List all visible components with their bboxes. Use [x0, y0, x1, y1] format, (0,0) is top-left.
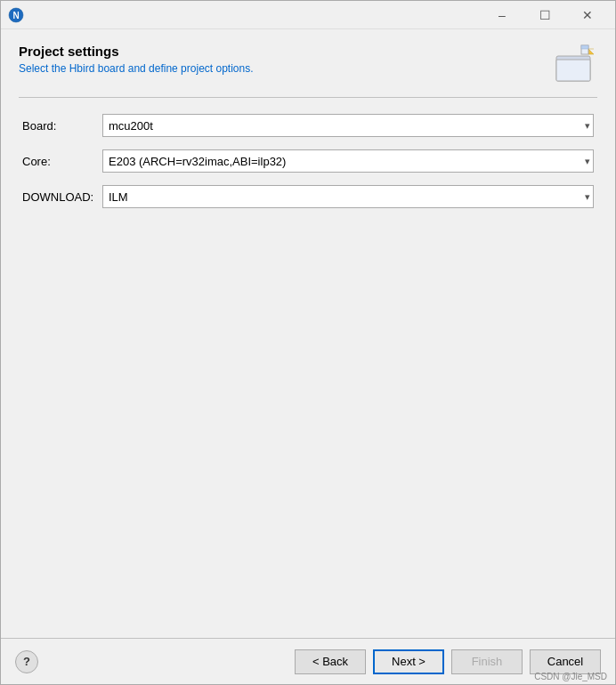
page-subtitle: Select the Hbird board and define projec…: [19, 62, 544, 75]
bottom-bar: ? < Back Next > Finish Cancel: [1, 638, 615, 684]
svg-marker-4: [588, 49, 594, 54]
header-divider: [19, 97, 597, 98]
board-select-wrapper: mcu200t ▾: [102, 114, 594, 137]
download-select[interactable]: ILM: [102, 185, 594, 208]
form-section: Board: mcu200t ▾ Core: E203 (ARCH=rv32im…: [19, 114, 597, 208]
download-select-wrapper: ILM ▾: [102, 185, 594, 208]
finish-button[interactable]: Finish: [451, 649, 523, 674]
board-select[interactable]: mcu200t: [102, 114, 594, 137]
content-area: Project settings Select the Hbird board …: [1, 29, 615, 638]
svg-rect-3: [556, 60, 590, 81]
svg-rect-7: [581, 45, 588, 49]
watermark: CSDN @Jie_MSD: [534, 672, 607, 681]
close-button[interactable]: ✕: [567, 3, 608, 28]
main-body: [19, 208, 597, 629]
download-row: DOWNLOAD: ILM ▾: [22, 185, 594, 208]
bottom-right: < Back Next > Finish Cancel: [295, 649, 601, 674]
back-button[interactable]: < Back: [295, 649, 366, 674]
board-row: Board: mcu200t ▾: [22, 114, 594, 137]
core-row: Core: E203 (ARCH=rv32imac,ABI=ilp32) ▾: [22, 149, 594, 173]
core-select-wrapper: E203 (ARCH=rv32imac,ABI=ilp32) ▾: [102, 149, 594, 173]
title-bar-controls: – ☐ ✕: [482, 3, 608, 28]
core-label: Core:: [22, 155, 102, 168]
page-title: Project settings: [19, 44, 544, 59]
header-section: Project settings Select the Hbird board …: [19, 44, 597, 86]
board-label: Board:: [22, 119, 102, 133]
next-button[interactable]: Next >: [373, 649, 444, 674]
cancel-button[interactable]: Cancel: [530, 649, 601, 674]
header-text: Project settings Select the Hbird board …: [19, 44, 544, 75]
help-button[interactable]: ?: [15, 650, 38, 673]
app-icon: N: [8, 7, 24, 23]
title-bar-left: N: [8, 7, 24, 23]
bottom-left: ?: [15, 650, 38, 673]
project-icon: [555, 44, 597, 86]
maximize-button[interactable]: ☐: [524, 3, 565, 28]
core-select[interactable]: E203 (ARCH=rv32imac,ABI=ilp32): [102, 149, 594, 173]
download-label: DOWNLOAD:: [22, 190, 102, 204]
svg-text:N: N: [12, 11, 19, 20]
title-bar: N – ☐ ✕: [1, 1, 615, 29]
minimize-button[interactable]: –: [482, 3, 523, 28]
window: N – ☐ ✕ Project settings Select the Hbir…: [0, 0, 616, 685]
